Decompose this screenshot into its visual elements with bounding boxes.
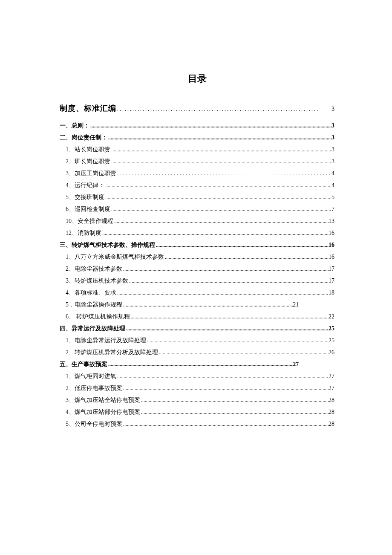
toc-entry-page: 28 <box>329 409 334 416</box>
toc-entry: 4、煤气加压站部分停电预案...........................… <box>60 408 334 416</box>
toc-dots: ........................................… <box>130 314 329 320</box>
toc-dots: ........................................… <box>122 421 329 428</box>
toc-entry-page: 28 <box>329 397 334 404</box>
toc-entry-page: 5 <box>331 194 334 201</box>
toc-entry: 1、八万立方米威金斯煤气柜技术参数.......................… <box>60 253 334 261</box>
toc-entry-page: 25 <box>329 337 334 344</box>
toc-entry: 4、运行纪律：.................................… <box>60 182 334 189</box>
toc-entry-page: 16 <box>329 242 334 249</box>
toc-dots: ........................................… <box>140 397 329 404</box>
toc-dots: ........................................… <box>110 159 331 165</box>
toc-entry-page: 25 <box>329 325 334 332</box>
toc-entry-page: 13 <box>329 218 334 225</box>
toc-entry: 5、公司全停电时预案..............................… <box>60 420 334 428</box>
toc-entry-text: 6、 转炉煤压机操作规程 <box>66 313 130 321</box>
toc-dots: ........................................… <box>146 338 329 344</box>
toc-dots: ........................................… <box>128 278 329 284</box>
toc-entry-page: 4 <box>331 170 334 177</box>
toc-dots: ........................................… <box>104 194 331 201</box>
toc-entry-page: 22 <box>329 313 334 320</box>
toc-entry-text: 四、异常运行及故障处理 <box>60 325 125 332</box>
toc-entry-text: 3、加压工岗位职责 <box>66 170 116 177</box>
toc-entry: 10、安全操作规程...............................… <box>60 217 334 225</box>
toc-dots: ........................................… <box>122 385 329 392</box>
toc-entry-text: 1、煤气柜同时进氧 <box>66 373 116 380</box>
toc-dots: ........................................… <box>113 218 329 225</box>
toc-title: 目录 <box>60 72 334 85</box>
toc-dots: ........................................… <box>155 242 329 249</box>
toc-entry-text: 2、电除尘器技术参数 <box>66 265 122 273</box>
toc-body: 一、总则：...................................… <box>60 122 334 428</box>
toc-entry: 5、交接班制度.................................… <box>60 194 334 201</box>
toc-entry-text: 4、运行纪律： <box>66 182 104 189</box>
toc-entry-page: 27 <box>293 361 299 368</box>
toc-entry-text: 1、八万立方米威金斯煤气柜技术参数 <box>66 253 164 261</box>
toc-dots: ........................................… <box>116 171 331 177</box>
toc-entry-page: 26 <box>329 349 334 356</box>
toc-dots: ........................................… <box>116 373 329 380</box>
toc-dots: ........................................… <box>101 230 329 237</box>
toc-entry-text: 5．电除尘器操作规程 <box>66 301 122 309</box>
toc-entry: 1、煤气柜同时进氧...............................… <box>60 373 334 380</box>
toc-entry-text: 2、班长岗位职责 <box>66 158 110 165</box>
toc-entry-page: 3 <box>331 158 334 165</box>
toc-entry-text: 4、各项标准、要求 <box>66 289 116 297</box>
toc-main-entry: 制度、标准汇编 ................................… <box>60 103 334 113</box>
toc-entry: 3、加压工岗位职责 ..............................… <box>60 170 334 177</box>
toc-dots: ........................................… <box>116 106 331 113</box>
toc-entry: 2、转炉煤压机异常分析及故障处理........................… <box>60 349 334 356</box>
toc-entry: 1、站长岗位职责................................… <box>60 146 334 153</box>
toc-entry: 12、消防制度.................................… <box>60 229 334 237</box>
toc-entry-text: 二、岗位责任制： <box>60 134 107 142</box>
toc-entry-page: 18 <box>329 289 334 296</box>
toc-entry-text: 2、低压停电事故预案 <box>66 384 122 392</box>
toc-entry-text: 4、煤气加压站部分停电预案 <box>66 408 140 416</box>
toc-entry: 4、各项标准、要求...............................… <box>60 289 334 297</box>
toc-dots: ........................................… <box>122 266 329 272</box>
toc-entry-text: 5、公司全停电时预案 <box>66 420 122 428</box>
toc-entry-text: 2、转炉煤压机异常分析及故障处理 <box>66 349 158 356</box>
toc-dots: ........................................… <box>125 326 329 332</box>
toc-entry-page: 17 <box>329 266 334 272</box>
toc-entry: 3、转炉煤压机技术参数.............................… <box>60 277 334 285</box>
toc-entry: 一、总则：...................................… <box>60 122 334 130</box>
toc-entry-text: 1、站长岗位职责 <box>66 146 110 153</box>
toc-dots: ........................................… <box>164 254 329 260</box>
toc-dots: ........................................… <box>116 290 329 296</box>
toc-entry-page: 16 <box>329 254 334 260</box>
toc-main-page: 3 <box>331 106 334 113</box>
toc-entry: 6、巡回检查制度................................… <box>60 205 334 213</box>
toc-entry-text: 10、安全操作规程 <box>66 217 113 225</box>
toc-entry-page: 21 <box>293 301 299 308</box>
toc-entry-page: 3 <box>331 122 334 129</box>
toc-entry: 3、煤气加压站全站停电预案...........................… <box>60 396 334 404</box>
toc-dots: ........................................… <box>140 409 329 416</box>
toc-entry-page: 3 <box>331 134 334 141</box>
toc-dots: ........................................… <box>107 361 293 368</box>
toc-entry-text: 6、巡回检查制度 <box>66 205 110 213</box>
toc-entry-text: 5、交接班制度 <box>66 194 104 201</box>
toc-entry: 1、电除尘异常运行及故障处理..........................… <box>60 337 334 344</box>
toc-entry-page: 4 <box>331 182 334 189</box>
toc-main-text: 制度、标准汇编 <box>60 103 116 113</box>
toc-entry: 2、电除尘器技术参数..............................… <box>60 265 334 273</box>
toc-entry: 6、 转炉煤压机操作规程............................… <box>60 313 334 321</box>
toc-entry: 四、异常运行及故障处理.............................… <box>60 325 334 332</box>
toc-dots: ........................................… <box>110 147 331 153</box>
toc-entry-page: 27 <box>329 373 334 380</box>
toc-entry-text: 五、生产事故预案 <box>60 361 107 368</box>
toc-entry-page: 17 <box>329 278 334 284</box>
toc-dots: ........................................… <box>89 123 331 129</box>
toc-entry-text: 三、转炉煤气柜技术参数、操作规程 <box>60 241 155 249</box>
toc-dots: ........................................… <box>110 206 331 213</box>
toc-entry-page: 7 <box>331 206 334 213</box>
toc-entry: 二、岗位责任制：................................… <box>60 134 334 142</box>
toc-entry-page: 28 <box>329 421 334 428</box>
toc-entry-text: 12、消防制度 <box>66 229 101 237</box>
toc-entry: 5．电除尘器操作规程..............................… <box>60 301 299 309</box>
toc-entry-page: 16 <box>329 230 334 237</box>
toc-entry-text: 3、煤气加压站全站停电预案 <box>66 396 140 404</box>
toc-dots: ........................................… <box>122 302 293 308</box>
toc-dots: ........................................… <box>107 135 331 141</box>
toc-entry: 2、低压停电事故预案..............................… <box>60 384 334 392</box>
